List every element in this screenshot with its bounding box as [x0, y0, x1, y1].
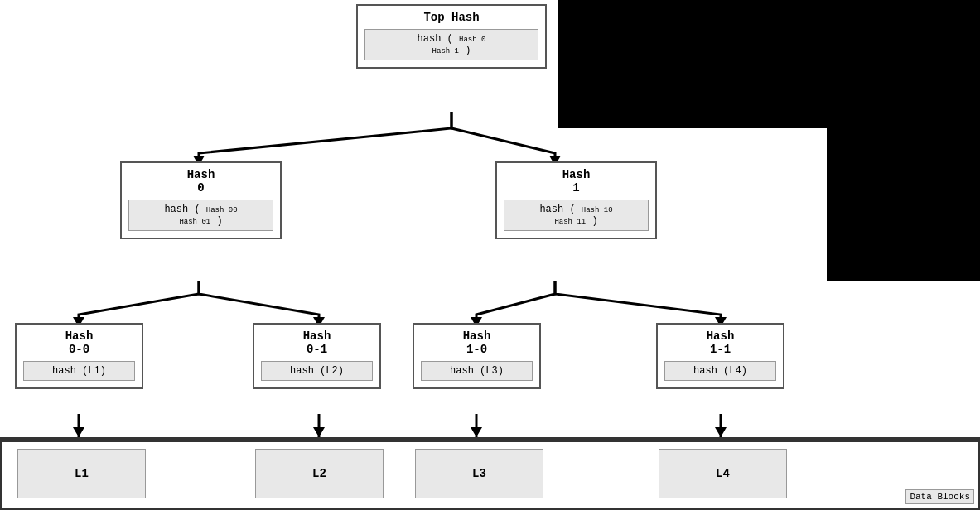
data-blocks-label: Data Blocks [905, 489, 974, 504]
hash1-formula-text: hash ( Hash 10Hash 11 ) [539, 204, 612, 227]
top-hash-title: Top Hash [358, 6, 545, 26]
data-block-l3: L3 [415, 449, 543, 498]
hash10-title: Hash 1-0 [414, 325, 539, 358]
hash1-title: Hash 1 [497, 163, 655, 196]
data-block-l4: L4 [659, 449, 787, 498]
data-blocks-container: L1 L2 L3 L4 Data Blocks [0, 437, 980, 510]
top-hash-formula-text: hash ( Hash 0Hash 1 ) [418, 33, 486, 56]
svg-marker-12 [471, 427, 482, 437]
hash01-node: Hash 0-1 hash (L2) [253, 323, 381, 389]
svg-marker-13 [715, 427, 727, 437]
hash00-formula: hash (L1) [23, 361, 135, 381]
hash01-title: Hash 0-1 [254, 325, 379, 358]
hash11-title: Hash 1-1 [658, 325, 783, 358]
svg-marker-11 [313, 427, 325, 437]
data-blocks-inner: L1 L2 L3 L4 Data Blocks [0, 440, 980, 510]
top-hash-formula: hash ( Hash 0Hash 1 ) [364, 29, 538, 60]
hash1-node: Hash 1 hash ( Hash 10Hash 11 ) [495, 161, 657, 239]
data-block-l2: L2 [255, 449, 384, 498]
hash11-formula: hash (L4) [664, 361, 776, 381]
svg-marker-10 [73, 427, 84, 437]
data-block-l1: L1 [17, 449, 146, 498]
hash10-node: Hash 1-0 hash (L3) [413, 323, 541, 389]
black-panel-mid [827, 128, 980, 281]
black-panel-top [558, 0, 980, 128]
hash0-formula: hash ( Hash 00Hash 01 ) [128, 200, 273, 231]
hash0-formula-text: hash ( Hash 00Hash 01 ) [164, 204, 237, 227]
hash00-title: Hash 0-0 [17, 325, 142, 358]
hash00-node: Hash 0-0 hash (L1) [15, 323, 143, 389]
hash1-formula: hash ( Hash 10Hash 11 ) [504, 200, 649, 231]
hash10-formula: hash (L3) [421, 361, 533, 381]
hash0-node: Hash 0 hash ( Hash 00Hash 01 ) [120, 161, 282, 239]
hash01-formula: hash (L2) [261, 361, 373, 381]
top-hash-node: Top Hash hash ( Hash 0Hash 1 ) [356, 4, 547, 69]
diagram-container: Top Hash hash ( Hash 0Hash 1 ) Hash 0 ha… [0, 0, 980, 510]
hash11-node: Hash 1-1 hash (L4) [656, 323, 784, 389]
hash0-title: Hash 0 [122, 163, 280, 196]
